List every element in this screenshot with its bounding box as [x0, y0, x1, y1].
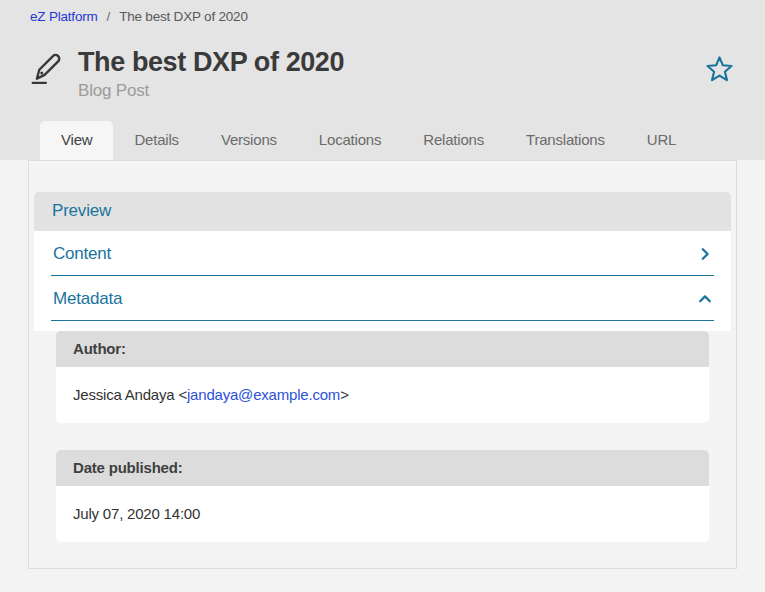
- accordion-section-metadata[interactable]: Metadata: [51, 276, 714, 321]
- bookmark-button[interactable]: [702, 51, 737, 86]
- author-email-link[interactable]: jandaya@example.com: [187, 386, 340, 403]
- accordion-section-content[interactable]: Content: [51, 231, 714, 276]
- field-group-author: Author: Jessica Andaya <jandaya@example.…: [56, 331, 709, 423]
- accordion-content-label: Content: [53, 244, 111, 264]
- tab-versions[interactable]: Versions: [200, 121, 298, 160]
- breadcrumb-separator: /: [107, 9, 111, 24]
- pen-icon: [28, 49, 68, 87]
- star-icon: [704, 53, 735, 84]
- title-block: The best DXP of 2020 Blog Post: [78, 47, 344, 101]
- author-name-text: Jessica Andaya <: [73, 386, 187, 403]
- preview-section-header: Preview: [34, 192, 731, 231]
- chevron-up-icon: [698, 292, 712, 306]
- metadata-expanded-body: Author: Jessica Andaya <jandaya@example.…: [34, 331, 731, 542]
- breadcrumb: eZ Platform / The best DXP of 2020: [0, 0, 765, 24]
- tab-view[interactable]: View: [40, 121, 113, 160]
- author-field-value: Jessica Andaya <jandaya@example.com>: [56, 367, 709, 423]
- author-field-label: Author:: [56, 331, 709, 367]
- accordion: Content Metadata: [34, 231, 731, 331]
- title-row: The best DXP of 2020 Blog Post: [0, 24, 765, 101]
- page-header: eZ Platform / The best DXP of 2020 The b…: [0, 0, 765, 160]
- tab-locations[interactable]: Locations: [298, 121, 402, 160]
- page-title: The best DXP of 2020: [78, 47, 344, 78]
- tab-details[interactable]: Details: [113, 121, 199, 160]
- breadcrumb-root-link[interactable]: eZ Platform: [30, 9, 98, 24]
- field-group-date-published: Date published: July 07, 2020 14:00: [56, 450, 709, 542]
- content-type-label: Blog Post: [78, 81, 344, 101]
- date-published-field-value: July 07, 2020 14:00: [56, 486, 709, 542]
- view-tab-panel: Preview Content Metadata: [28, 160, 737, 569]
- tab-relations[interactable]: Relations: [402, 121, 505, 160]
- tab-url[interactable]: URL: [626, 121, 697, 160]
- author-value-suffix: >: [340, 386, 349, 403]
- chevron-right-icon: [698, 247, 712, 261]
- date-published-field-label: Date published:: [56, 450, 709, 486]
- breadcrumb-current: The best DXP of 2020: [119, 9, 248, 24]
- accordion-metadata-label: Metadata: [53, 289, 122, 309]
- main-area: Preview Content Metadata: [0, 160, 765, 584]
- preview-title: Preview: [52, 201, 111, 220]
- tab-bar: View Details Versions Locations Relation…: [0, 101, 765, 160]
- tab-translations[interactable]: Translations: [505, 121, 626, 160]
